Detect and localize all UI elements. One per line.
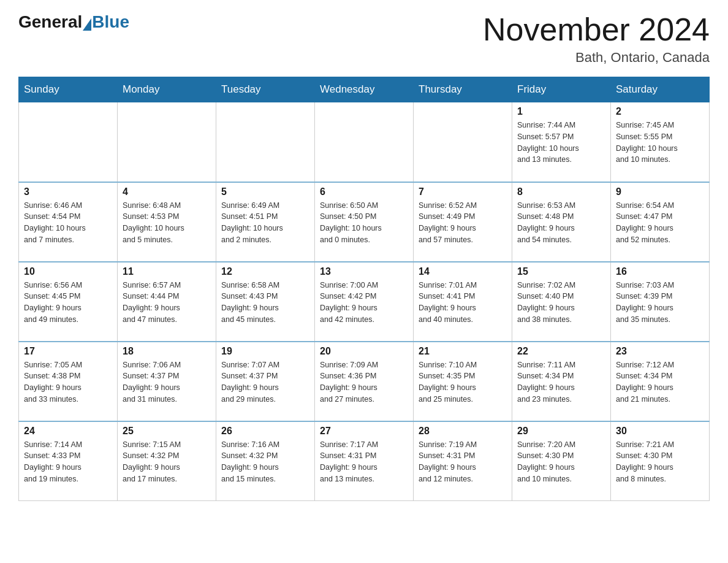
calendar-week-row: 10Sunrise: 6:56 AM Sunset: 4:45 PM Dayli… <box>19 262 710 342</box>
day-info: Sunrise: 6:52 AM Sunset: 4:49 PM Dayligh… <box>419 200 507 246</box>
calendar-day-cell: 17Sunrise: 7:05 AM Sunset: 4:38 PM Dayli… <box>19 342 118 421</box>
day-of-week-header: Monday <box>118 77 216 102</box>
location-title: Bath, Ontario, Canada <box>483 50 710 66</box>
calendar-day-cell: 14Sunrise: 7:01 AM Sunset: 4:41 PM Dayli… <box>414 262 512 342</box>
calendar-day-cell: 4Sunrise: 6:48 AM Sunset: 4:53 PM Daylig… <box>118 182 216 262</box>
page: General Blue November 2024 Bath, Ontario… <box>0 0 728 519</box>
day-number: 15 <box>517 266 605 277</box>
day-info: Sunrise: 7:20 AM Sunset: 4:30 PM Dayligh… <box>517 439 605 485</box>
calendar-day-cell: 1Sunrise: 7:44 AM Sunset: 5:57 PM Daylig… <box>512 102 611 182</box>
day-number: 13 <box>320 266 408 277</box>
calendar-day-cell: 16Sunrise: 7:03 AM Sunset: 4:39 PM Dayli… <box>611 262 710 342</box>
day-info: Sunrise: 7:07 AM Sunset: 4:37 PM Dayligh… <box>221 359 309 405</box>
day-number: 16 <box>616 266 704 277</box>
logo-blue-text: Blue <box>92 12 129 32</box>
day-number: 25 <box>123 426 211 437</box>
day-of-week-header: Saturday <box>611 77 710 102</box>
calendar-empty-cell <box>216 102 315 182</box>
day-number: 6 <box>320 186 408 197</box>
day-info: Sunrise: 6:58 AM Sunset: 4:43 PM Dayligh… <box>221 280 309 326</box>
day-of-week-header: Sunday <box>19 77 118 102</box>
title-area: November 2024 Bath, Ontario, Canada <box>483 12 710 66</box>
day-number: 26 <box>221 426 309 437</box>
day-info: Sunrise: 6:57 AM Sunset: 4:44 PM Dayligh… <box>123 280 211 326</box>
day-info: Sunrise: 7:12 AM Sunset: 4:34 PM Dayligh… <box>616 359 704 405</box>
day-number: 20 <box>320 346 408 357</box>
day-info: Sunrise: 7:17 AM Sunset: 4:31 PM Dayligh… <box>320 439 408 485</box>
calendar-day-cell: 27Sunrise: 7:17 AM Sunset: 4:31 PM Dayli… <box>315 421 414 501</box>
day-number: 10 <box>24 266 112 277</box>
day-info: Sunrise: 7:05 AM Sunset: 4:38 PM Dayligh… <box>24 359 112 405</box>
calendar-week-row: 1Sunrise: 7:44 AM Sunset: 5:57 PM Daylig… <box>19 102 710 182</box>
calendar-day-cell: 26Sunrise: 7:16 AM Sunset: 4:32 PM Dayli… <box>216 421 315 501</box>
day-of-week-header: Friday <box>512 77 611 102</box>
day-number: 14 <box>419 266 507 277</box>
day-number: 29 <box>517 426 605 437</box>
calendar-day-cell: 5Sunrise: 6:49 AM Sunset: 4:51 PM Daylig… <box>216 182 315 262</box>
logo-triangle-icon <box>83 18 91 31</box>
day-info: Sunrise: 7:21 AM Sunset: 4:30 PM Dayligh… <box>616 439 704 485</box>
calendar-week-row: 17Sunrise: 7:05 AM Sunset: 4:38 PM Dayli… <box>19 342 710 421</box>
month-title: November 2024 <box>483 12 710 47</box>
calendar-week-row: 24Sunrise: 7:14 AM Sunset: 4:33 PM Dayli… <box>19 421 710 501</box>
day-info: Sunrise: 6:48 AM Sunset: 4:53 PM Dayligh… <box>123 200 211 246</box>
logo-general-text: General <box>18 12 82 32</box>
calendar-day-cell: 3Sunrise: 6:46 AM Sunset: 4:54 PM Daylig… <box>19 182 118 262</box>
day-of-week-header: Wednesday <box>315 77 414 102</box>
calendar-week-row: 3Sunrise: 6:46 AM Sunset: 4:54 PM Daylig… <box>19 182 710 262</box>
day-number: 18 <box>123 346 211 357</box>
calendar-table: SundayMondayTuesdayWednesdayThursdayFrid… <box>18 77 710 501</box>
calendar-day-cell: 13Sunrise: 7:00 AM Sunset: 4:42 PM Dayli… <box>315 262 414 342</box>
day-number: 7 <box>419 186 507 197</box>
calendar-day-cell: 25Sunrise: 7:15 AM Sunset: 4:32 PM Dayli… <box>118 421 216 501</box>
day-info: Sunrise: 7:19 AM Sunset: 4:31 PM Dayligh… <box>419 439 507 485</box>
day-info: Sunrise: 7:02 AM Sunset: 4:40 PM Dayligh… <box>517 280 605 326</box>
day-number: 12 <box>221 266 309 277</box>
calendar-header-row: SundayMondayTuesdayWednesdayThursdayFrid… <box>19 77 710 102</box>
day-number: 8 <box>517 186 605 197</box>
calendar-day-cell: 9Sunrise: 6:54 AM Sunset: 4:47 PM Daylig… <box>611 182 710 262</box>
day-info: Sunrise: 7:45 AM Sunset: 5:55 PM Dayligh… <box>616 120 704 166</box>
day-number: 9 <box>616 186 704 197</box>
day-number: 27 <box>320 426 408 437</box>
calendar-day-cell: 7Sunrise: 6:52 AM Sunset: 4:49 PM Daylig… <box>414 182 512 262</box>
day-info: Sunrise: 7:11 AM Sunset: 4:34 PM Dayligh… <box>517 359 605 405</box>
calendar-day-cell: 22Sunrise: 7:11 AM Sunset: 4:34 PM Dayli… <box>512 342 611 421</box>
day-info: Sunrise: 7:14 AM Sunset: 4:33 PM Dayligh… <box>24 439 112 485</box>
day-number: 1 <box>517 106 605 117</box>
day-number: 21 <box>419 346 507 357</box>
day-info: Sunrise: 6:50 AM Sunset: 4:50 PM Dayligh… <box>320 200 408 246</box>
day-info: Sunrise: 7:03 AM Sunset: 4:39 PM Dayligh… <box>616 280 704 326</box>
day-number: 3 <box>24 186 112 197</box>
day-of-week-header: Thursday <box>414 77 512 102</box>
day-info: Sunrise: 7:00 AM Sunset: 4:42 PM Dayligh… <box>320 280 408 326</box>
calendar-day-cell: 6Sunrise: 6:50 AM Sunset: 4:50 PM Daylig… <box>315 182 414 262</box>
calendar-empty-cell <box>118 102 216 182</box>
day-number: 4 <box>123 186 211 197</box>
calendar-day-cell: 20Sunrise: 7:09 AM Sunset: 4:36 PM Dayli… <box>315 342 414 421</box>
day-number: 30 <box>616 426 704 437</box>
day-info: Sunrise: 6:49 AM Sunset: 4:51 PM Dayligh… <box>221 200 309 246</box>
day-info: Sunrise: 7:44 AM Sunset: 5:57 PM Dayligh… <box>517 120 605 166</box>
calendar-day-cell: 10Sunrise: 6:56 AM Sunset: 4:45 PM Dayli… <box>19 262 118 342</box>
calendar-day-cell: 11Sunrise: 6:57 AM Sunset: 4:44 PM Dayli… <box>118 262 216 342</box>
calendar-day-cell: 19Sunrise: 7:07 AM Sunset: 4:37 PM Dayli… <box>216 342 315 421</box>
calendar-day-cell: 28Sunrise: 7:19 AM Sunset: 4:31 PM Dayli… <box>414 421 512 501</box>
calendar-day-cell: 21Sunrise: 7:10 AM Sunset: 4:35 PM Dayli… <box>414 342 512 421</box>
day-of-week-header: Tuesday <box>216 77 315 102</box>
calendar-empty-cell <box>315 102 414 182</box>
day-number: 22 <box>517 346 605 357</box>
calendar-empty-cell <box>414 102 512 182</box>
logo: General Blue <box>18 12 129 32</box>
day-info: Sunrise: 6:54 AM Sunset: 4:47 PM Dayligh… <box>616 200 704 246</box>
day-number: 23 <box>616 346 704 357</box>
day-number: 5 <box>221 186 309 197</box>
day-number: 24 <box>24 426 112 437</box>
day-info: Sunrise: 6:53 AM Sunset: 4:48 PM Dayligh… <box>517 200 605 246</box>
calendar-day-cell: 29Sunrise: 7:20 AM Sunset: 4:30 PM Dayli… <box>512 421 611 501</box>
day-number: 17 <box>24 346 112 357</box>
calendar-day-cell: 30Sunrise: 7:21 AM Sunset: 4:30 PM Dayli… <box>611 421 710 501</box>
day-number: 2 <box>616 106 704 117</box>
day-number: 28 <box>419 426 507 437</box>
day-info: Sunrise: 7:01 AM Sunset: 4:41 PM Dayligh… <box>419 280 507 326</box>
